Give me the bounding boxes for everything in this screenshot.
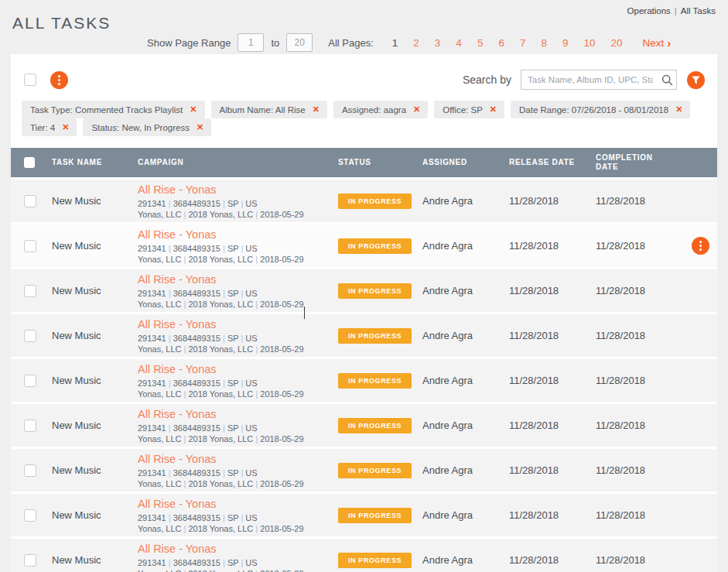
tasks-card: Search by Task Type: Commented Tracks Pl… — [11, 54, 717, 572]
next-page-link[interactable]: Next › — [643, 36, 672, 50]
column-header-status: STATUS — [338, 158, 422, 167]
campaign-link[interactable]: All Rise - Yonas — [138, 228, 217, 241]
campaign-link[interactable]: All Rise - Yonas — [138, 363, 217, 375]
filter-chip-label: Tier: 4 — [30, 123, 55, 132]
campaign-meta-label: Yonas, LLC | 2018 Yonas, LLC | 2018-05-2… — [138, 389, 338, 399]
release-date: 11/28/2018 — [509, 240, 596, 252]
row-checkbox[interactable] — [24, 375, 36, 387]
row-checkbox[interactable] — [24, 509, 36, 522]
page-number-link[interactable]: 2 — [413, 37, 419, 49]
task-name: New Music — [52, 509, 138, 521]
page-number-link[interactable]: 5 — [477, 37, 484, 49]
column-header-completion-date: COMPLETION DATE — [596, 153, 683, 172]
release-date: 11/28/2018 — [509, 554, 596, 566]
breadcrumb-operations[interactable]: Operations — [627, 6, 671, 15]
table-row: New Music All Rise - Yonas 291341 | 3684… — [11, 449, 717, 492]
page-number-current[interactable]: 1 — [392, 37, 398, 49]
row-kebab-menu-icon[interactable] — [692, 237, 709, 255]
campaign-link[interactable]: All Rise - Yonas — [138, 273, 217, 286]
breadcrumb: Operations|All Tasks — [627, 6, 716, 15]
completion-date: 11/28/2018 — [596, 285, 683, 296]
campaign-meta-ids: 291341 | 3684489315 | SP | US — [138, 333, 338, 344]
page-range-to-input[interactable] — [286, 33, 313, 52]
campaign-meta-label: Yonas, LLC | 2018 Yonas, LLC | 2018-05-2… — [138, 523, 338, 534]
column-header-campaign: CAMPAIGN — [138, 158, 338, 167]
filter-chip-label: Office: SP — [443, 105, 483, 115]
remove-filter-icon[interactable]: ✕ — [413, 104, 420, 115]
campaign-meta-ids: 291341 | 3684489315 | SP | US — [138, 378, 338, 389]
remove-filter-icon[interactable]: ✕ — [490, 104, 497, 115]
page-number-link[interactable]: 20 — [610, 37, 622, 49]
release-date: 11/28/2018 — [509, 285, 596, 296]
task-name: New Music — [52, 240, 138, 252]
bulk-actions-kebab-menu-icon[interactable] — [50, 71, 68, 89]
table-row: New Music All Rise - Yonas 291341 | 3684… — [11, 314, 717, 357]
row-checkbox[interactable] — [24, 420, 36, 432]
filter-chip-label: Date Range: 07/26/2018 - 08/01/2018 — [519, 105, 668, 115]
table-row: New Music All Rise - Yonas 291341 | 3684… — [11, 224, 717, 267]
page-number-link[interactable]: 7 — [520, 37, 526, 49]
remove-filter-icon[interactable]: ✕ — [197, 122, 203, 132]
filter-chip: Album Name: All Rise ✕ — [211, 101, 327, 118]
campaign-meta-label: Yonas, LLC | 2018 Yonas, LLC | 2018-05-2… — [138, 478, 338, 489]
remove-filter-icon[interactable]: ✕ — [313, 104, 320, 115]
toolbar: Search by — [23, 68, 705, 91]
row-checkbox[interactable] — [24, 285, 36, 297]
release-date: 11/28/2018 — [509, 420, 596, 431]
status-badge: IN PROGRESS — [338, 553, 412, 568]
page-number-link[interactable]: 10 — [583, 37, 595, 49]
remove-filter-icon[interactable]: ✕ — [190, 104, 197, 115]
row-checkbox[interactable] — [24, 330, 36, 342]
filter-chip: Office: SP ✕ — [434, 101, 504, 118]
search-input[interactable] — [521, 70, 658, 89]
row-checkbox[interactable] — [24, 464, 36, 477]
assigned-name: Andre Agra — [422, 375, 509, 386]
campaign-meta-label: Yonas, LLC | 2018 Yonas, LLC | 2018-05-2… — [138, 433, 338, 444]
page-number-link[interactable]: 8 — [541, 37, 547, 49]
page-number-link[interactable]: 9 — [562, 37, 569, 49]
campaign-link[interactable]: All Rise - Yonas — [138, 318, 217, 331]
remove-filter-icon[interactable]: ✕ — [675, 104, 682, 115]
status-badge: IN PROGRESS — [338, 328, 412, 344]
status-badge: IN PROGRESS — [338, 238, 412, 254]
release-date: 11/28/2018 — [509, 464, 596, 476]
task-name: New Music — [52, 195, 138, 207]
page-number-link[interactable]: 6 — [498, 37, 504, 49]
page-range-from-input[interactable] — [238, 33, 264, 52]
remove-filter-icon[interactable]: ✕ — [62, 122, 69, 132]
page-range-to-label: to — [271, 37, 279, 49]
completion-date: 11/28/2018 — [596, 509, 683, 521]
filter-chip: Task Type: Commented Tracks Playlist ✕ — [22, 101, 205, 118]
campaign-link[interactable]: All Rise - Yonas — [138, 543, 217, 555]
table-row: New Music All Rise - Yonas 291341 | 3684… — [11, 269, 717, 312]
search-by-label: Search by — [463, 74, 511, 86]
campaign-link[interactable]: All Rise - Yonas — [138, 453, 217, 465]
select-all-checkbox[interactable] — [24, 74, 36, 86]
assigned-name: Andre Agra — [422, 330, 509, 341]
filter-chip-label: Assigned: aagra — [342, 105, 406, 115]
campaign-link[interactable]: All Rise - Yonas — [138, 408, 217, 420]
page-number-link[interactable]: 4 — [456, 37, 462, 49]
release-date: 11/28/2018 — [509, 509, 596, 521]
page-number-link[interactable]: 3 — [435, 37, 441, 49]
chevron-right-icon: › — [667, 36, 671, 50]
row-checkbox[interactable] — [24, 240, 36, 252]
campaign-link[interactable]: All Rise - Yonas — [138, 498, 217, 510]
release-date: 11/28/2018 — [509, 375, 596, 386]
campaign-meta-ids: 291341 | 3684489315 | SP | US — [138, 468, 338, 478]
row-checkbox[interactable] — [24, 554, 36, 567]
campaign-meta-label: Yonas, LLC | 2018 Yonas, LLC | 2018-05-2… — [138, 299, 338, 310]
breadcrumb-all-tasks[interactable]: All Tasks — [681, 6, 716, 15]
task-name: New Music — [52, 375, 138, 386]
row-checkbox[interactable] — [24, 195, 36, 207]
campaign-link[interactable]: All Rise - Yonas — [138, 183, 217, 196]
header-checkbox[interactable] — [24, 157, 35, 168]
campaign-meta-ids: 291341 | 3684489315 | SP | US — [138, 243, 338, 254]
search-icon[interactable] — [658, 74, 676, 86]
column-header-task-name: TASK NAME — [52, 158, 138, 167]
table-body: New Music All Rise - Yonas 291341 | 3684… — [11, 180, 717, 572]
campaign-meta-ids: 291341 | 3684489315 | SP | US — [138, 198, 338, 209]
filter-icon[interactable] — [687, 71, 705, 89]
status-badge: IN PROGRESS — [338, 508, 412, 523]
filter-chip-label: Status: New, In Progress — [91, 123, 190, 132]
